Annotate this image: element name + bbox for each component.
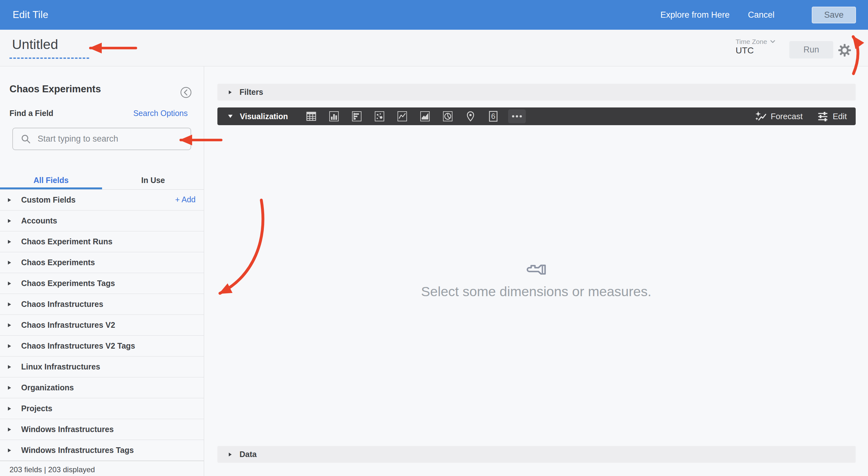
expand-arrow-icon [8,198,11,202]
field-group-label: Chaos Experiments [21,258,95,267]
expand-arrow-icon [8,344,11,348]
svg-text:6: 6 [491,112,495,120]
field-group-label: Chaos Infrastructures V2 Tags [21,341,135,351]
line-chart-icon[interactable] [394,109,410,123]
viz-type-toolbar: 6 [303,108,526,125]
expand-arrow-icon [8,219,11,223]
forecast-label: Forecast [771,112,803,121]
field-group-row[interactable]: Linux Infrastructures [0,357,204,377]
search-icon [21,134,31,144]
collapse-arrow-icon[interactable] [228,115,232,118]
field-group-label: Windows Infrastructures Tags [21,446,134,455]
field-group-row[interactable]: Chaos Infrastructures V2 [0,315,204,336]
expand-arrow-icon [229,453,231,456]
expand-arrow-icon [8,261,11,265]
data-panel-header[interactable]: Data [217,446,856,463]
sidebar-tabs: All Fields In Use [0,171,204,190]
field-group-row[interactable]: Chaos Experiment Runs [0,231,204,252]
field-group-row[interactable]: Custom Fields + Add [0,190,204,210]
expand-arrow-icon [8,302,11,306]
field-group-row[interactable]: Windows Infrastructures [0,419,204,440]
tab-in-use[interactable]: In Use [102,171,204,189]
field-group-label: Chaos Infrastructures [21,300,103,309]
field-group-row[interactable]: Accounts [0,210,204,231]
search-options-link[interactable]: Search Options [133,109,188,118]
query-header: Untitled Time Zone UTC Run [0,30,868,66]
sliders-icon [817,111,829,122]
expand-arrow-icon [8,407,11,411]
scatter-chart-icon[interactable] [372,109,388,123]
bar-chart-icon[interactable] [349,109,365,123]
field-group-label: Chaos Experiments Tags [21,279,115,288]
field-picker-sidebar: Chaos Experiments Find a Field Search Op… [0,66,204,476]
cancel-button[interactable]: Cancel [748,10,774,20]
field-group-label: Projects [21,404,53,413]
map-pin-icon[interactable] [463,109,478,123]
expand-arrow-icon [8,428,11,432]
add-custom-field-link[interactable]: + Add [175,195,195,204]
data-label: Data [240,450,256,459]
area-chart-icon[interactable] [417,109,433,123]
expand-arrow-icon [8,240,11,244]
run-button[interactable]: Run [789,41,833,58]
tile-title-input[interactable]: Untitled [12,37,58,52]
field-group-row[interactable]: Chaos Infrastructures V2 Tags [0,336,204,357]
viz-empty-state: Select some dimensions or measures. [205,264,868,299]
field-group-label: Chaos Experiment Runs [21,237,113,246]
top-bar: Edit Tile Explore from Here Cancel Save [0,0,868,30]
find-a-field-label: Find a Field [9,109,53,118]
edit-label: Edit [833,112,847,121]
field-group-row[interactable]: Chaos Infrastructures [0,294,204,315]
filters-label: Filters [240,88,263,97]
expand-arrow-icon [8,386,11,390]
field-group-row[interactable]: Chaos Experiments [0,252,204,273]
collapse-sidebar-icon[interactable] [180,87,192,98]
expand-arrow-icon [8,448,11,452]
gear-icon[interactable] [838,43,851,57]
field-group-row[interactable]: Projects [0,398,204,419]
top-bar-actions: Explore from Here Cancel Save [660,7,856,23]
field-group-list: Custom Fields + Add Accounts Chaos Exper… [0,190,204,461]
field-group-label: Accounts [21,216,57,225]
expand-arrow-icon [8,323,11,327]
field-group-label: Linux Infrastructures [21,362,100,371]
field-group-label: Windows Infrastructures [21,425,114,434]
visualization-panel-header: Visualization [217,108,856,125]
more-icon[interactable] [508,109,526,123]
timezone-dropdown[interactable]: Time Zone [736,38,775,46]
column-chart-icon[interactable] [326,109,342,123]
fields-count-status: 203 fields | 203 displayed [0,461,204,476]
field-group-row[interactable]: Windows Infrastructures Tags [0,440,204,461]
explore-from-here-button[interactable]: Explore from Here [660,10,730,20]
field-group-label: Chaos Infrastructures V2 [21,321,115,330]
field-search-box[interactable] [12,128,191,150]
expand-arrow-icon [8,281,11,286]
timezone-label: Time Zone [736,38,767,46]
pie-chart-icon[interactable] [440,109,456,123]
save-button[interactable]: Save [812,7,856,23]
empty-state-message: Select some dimensions or measures. [205,284,868,299]
expand-arrow-icon [229,90,231,94]
viz-actions: Forecast Edit [754,108,847,125]
timezone-value: UTC [736,46,754,56]
field-group-label: Custom Fields [21,195,75,205]
filters-panel-header[interactable]: Filters [217,84,856,100]
chevron-down-icon [770,40,775,43]
forecast-sparkle-icon [754,110,767,122]
flashlight-icon [526,264,547,276]
field-group-row[interactable]: Organizations [0,377,204,398]
table-icon[interactable] [303,109,319,123]
edit-tile-window: Edit Tile Explore from Here Cancel Save … [0,0,868,476]
edit-viz-button[interactable]: Edit [817,111,847,122]
expand-arrow-icon [8,365,11,369]
single-value-icon[interactable]: 6 [485,109,501,123]
visualization-label: Visualization [240,112,288,121]
window-title: Edit Tile [13,9,48,21]
tab-all-fields[interactable]: All Fields [0,171,102,189]
search-input[interactable] [37,134,173,144]
field-group-label: Organizations [21,383,74,392]
explore-title: Chaos Experiments [9,84,101,95]
forecast-button[interactable]: Forecast [754,110,803,122]
tile-title-dashed-underline [9,58,89,59]
field-group-row[interactable]: Chaos Experiments Tags [0,273,204,294]
